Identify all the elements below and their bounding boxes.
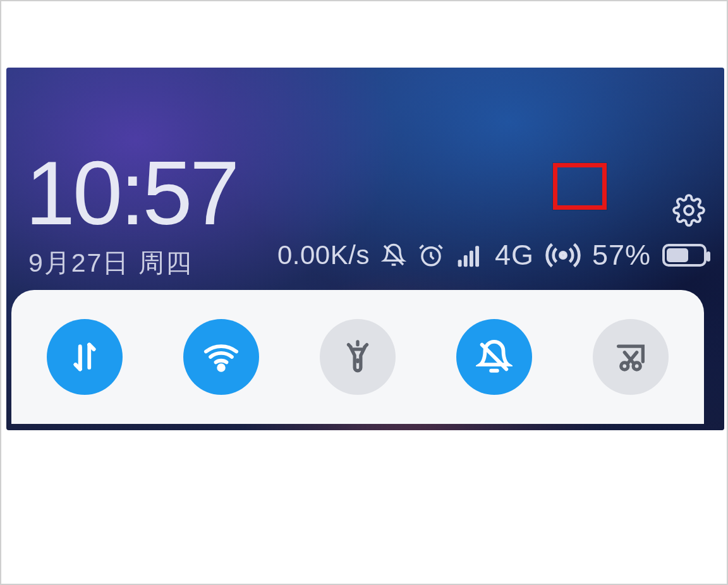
- cellular-signal-icon: [456, 241, 483, 269]
- screenshot-frame: 10:57 9月27日 周四 0.00K/s: [0, 0, 728, 585]
- svg-rect-4: [464, 255, 468, 267]
- mute-icon: [381, 243, 406, 268]
- quick-settings-panel: [11, 290, 704, 424]
- net-speed: 0.00K/s: [277, 240, 370, 270]
- scissors-crop-icon: [612, 339, 649, 375]
- toggle-mobile-data[interactable]: [47, 319, 123, 395]
- battery-percent: 57%: [592, 239, 651, 272]
- toggle-do-not-disturb[interactable]: [456, 319, 532, 395]
- annotation-highlight-box: [553, 163, 607, 210]
- flashlight-icon: [339, 339, 376, 375]
- notification-shade[interactable]: 10:57 9月27日 周四 0.00K/s: [6, 68, 724, 430]
- battery-icon: [662, 244, 707, 267]
- svg-point-0: [684, 206, 693, 215]
- svg-rect-5: [470, 251, 473, 267]
- toggle-screenshot[interactable]: [593, 319, 669, 395]
- clock-time: 10:57: [25, 148, 237, 238]
- toggle-wifi[interactable]: [183, 319, 259, 395]
- data-arrows-icon: [66, 339, 103, 375]
- alarm-icon: [418, 242, 444, 268]
- svg-line-12: [365, 345, 367, 347]
- gear-icon: [672, 194, 705, 227]
- svg-point-8: [219, 365, 224, 370]
- clock-date: 9月27日 周四: [28, 246, 193, 280]
- wifi-icon: [203, 339, 240, 375]
- svg-point-7: [560, 252, 566, 258]
- svg-rect-6: [475, 246, 479, 267]
- network-label: 4G: [495, 239, 534, 272]
- settings-button[interactable]: [672, 194, 705, 229]
- hotspot-icon: [545, 238, 581, 273]
- bell-slash-icon: [476, 339, 513, 375]
- svg-rect-3: [458, 260, 462, 267]
- svg-line-11: [349, 345, 351, 347]
- status-bar: 0.00K/s: [277, 238, 707, 273]
- toggle-flashlight[interactable]: [320, 319, 396, 395]
